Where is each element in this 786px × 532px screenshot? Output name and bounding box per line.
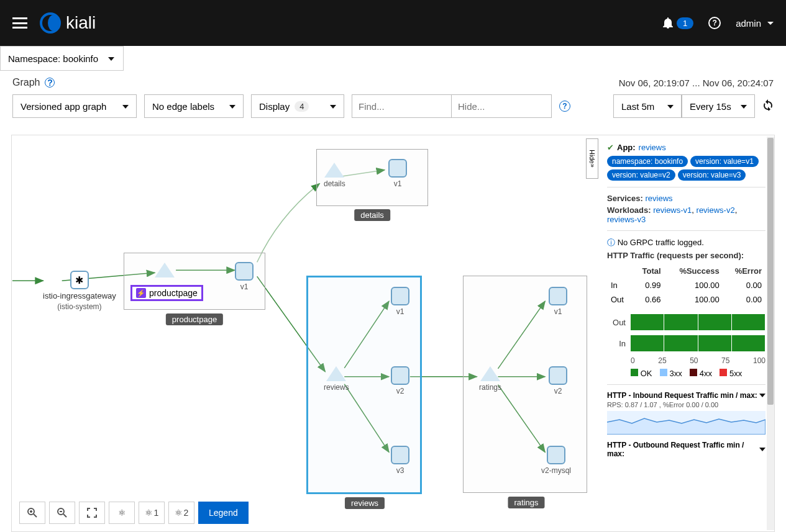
layout-2-button[interactable]: ⚛2 — [168, 502, 194, 524]
sidepanel-hide-toggle[interactable]: Hide » — [586, 138, 598, 179]
caret-down-icon[interactable] — [759, 394, 765, 397]
virtualservice-icon: ⚡ — [136, 288, 146, 298]
workload-link[interactable]: reviews-v2 — [697, 205, 735, 215]
virtualservice-label: ⚡ productpage — [130, 285, 203, 301]
workload-link[interactable]: reviews-v3 — [607, 215, 646, 224]
node-label: ratings — [479, 383, 501, 392]
node-reviews-v1[interactable]: v1 — [391, 287, 409, 316]
table-row: In0.99100.000.00 — [607, 278, 765, 292]
layout-1-button[interactable]: ⚛1 — [139, 502, 165, 524]
dropdown-label: No edge labels — [152, 101, 214, 112]
chevron-right-icon: » — [589, 164, 596, 168]
user-menu[interactable]: admin — [736, 18, 774, 29]
node-ingress[interactable]: ✱ istio-ingressgateway (istio-system) — [43, 271, 116, 311]
time-range-dropdown[interactable]: Last 5m — [613, 94, 682, 118]
info-icon: ⓘ — [607, 238, 615, 247]
node-label: v1 — [554, 307, 562, 316]
brand-text: kiali — [66, 13, 96, 33]
node-productpage-svc[interactable] — [155, 263, 175, 277]
node-ratings-v2mysql[interactable]: v2-mysql — [541, 446, 571, 475]
group-label-ratings: ratings — [508, 497, 544, 508]
http-traffic-table: Total%Success%Error In0.99100.000.00Out0… — [607, 264, 765, 307]
app-label: App: — [617, 143, 636, 152]
node-details-svc[interactable]: details — [324, 163, 345, 188]
node-ratings-svc[interactable]: ratings — [479, 366, 501, 392]
inbound-sub: RPS: 0.87 / 1.07 , %Error 0.00 / 0.00 — [607, 401, 765, 408]
node-sublabel: (istio-system) — [57, 302, 101, 311]
axis-tick: 0 — [631, 356, 635, 365]
help-icon[interactable]: ? — [559, 101, 570, 112]
edge-labels-dropdown[interactable]: No edge labels — [144, 94, 244, 118]
dropdown-label: Display — [259, 101, 290, 112]
services-label: Services: — [607, 194, 643, 203]
legend-label: Legend — [209, 508, 238, 518]
axis-tick: 100 — [753, 356, 765, 365]
bar-in-label: In — [607, 339, 626, 348]
app-link[interactable]: reviews — [639, 143, 666, 152]
node-label: reviews — [324, 383, 349, 392]
zoom-out-button[interactable] — [49, 502, 75, 524]
legend-item: OK — [631, 369, 652, 378]
inbound-sparkline — [607, 411, 765, 435]
node-reviews-v3[interactable]: v3 — [391, 446, 409, 475]
label-chips: namespace: bookinfoversion: value=v1vers… — [607, 156, 765, 181]
layout-default-button[interactable]: ⚛ — [109, 502, 135, 524]
node-ratings-v2[interactable]: v2 — [549, 366, 567, 395]
kiali-logo-icon — [40, 12, 61, 34]
caret-down-icon — [122, 105, 129, 109]
svg-line-19 — [63, 514, 66, 517]
namespace-bar: Namespace: bookinfo — [0, 46, 786, 71]
help-icon[interactable]: ? — [708, 17, 721, 29]
vs-text: productpage — [149, 288, 198, 298]
legend-item: 4xx — [690, 369, 712, 378]
health-ok-icon: ✔ — [607, 143, 614, 152]
node-label: v3 — [396, 466, 404, 475]
group-label-details: details — [354, 209, 390, 221]
find-input[interactable] — [352, 95, 452, 117]
namespace-selector-label: Namespace: bookinfo — [8, 53, 98, 64]
refresh-interval-dropdown[interactable]: Every 15s — [682, 94, 755, 118]
table-row: Out0.66100.000.00 — [607, 292, 765, 307]
layout-1-label: 1 — [154, 508, 159, 518]
caret-down-icon[interactable] — [759, 448, 765, 451]
help-icon[interactable]: ? — [45, 78, 55, 88]
http-traffic-title: HTTP Traffic (requests per second): — [607, 251, 744, 260]
notifications-button[interactable]: 1 — [663, 17, 693, 29]
service-link[interactable]: reviews — [645, 194, 672, 203]
fit-button[interactable] — [79, 502, 105, 524]
node-label: details — [324, 179, 345, 188]
node-label: v2-mysql — [541, 466, 571, 475]
refresh-button[interactable] — [762, 99, 774, 113]
hide-input[interactable] — [452, 95, 551, 117]
find-hide-group — [352, 94, 552, 118]
bar-out — [631, 314, 765, 330]
scrollbar-thumb[interactable] — [767, 138, 774, 405]
namespace-selector[interactable]: Namespace: bookinfo — [0, 46, 124, 71]
traffic-bar-chart: Out In 0255075100 OK3xx4xx5xx — [607, 314, 765, 378]
brand-logo: kiali — [40, 12, 96, 34]
ingress-icon: ✱ — [70, 271, 89, 289]
page-title: Graph — [12, 77, 40, 88]
dropdown-label: Every 15s — [690, 101, 731, 112]
caret-down-icon — [741, 105, 747, 109]
display-dropdown[interactable]: Display 4 — [251, 94, 344, 118]
caret-down-icon — [767, 22, 774, 25]
node-label: v1 — [396, 307, 404, 316]
dropdown-label: Last 5m — [621, 101, 654, 112]
label-chip: version: value=v1 — [690, 156, 759, 167]
node-reviews-v2[interactable]: v2 — [391, 366, 409, 395]
bell-icon — [663, 17, 673, 29]
workload-link[interactable]: reviews-v1 — [653, 205, 692, 215]
legend-button[interactable]: Legend — [198, 502, 249, 524]
label-chip: version: value=v3 — [678, 169, 746, 181]
node-productpage-v1[interactable]: v1 — [235, 262, 254, 291]
label-chip: version: value=v2 — [607, 169, 675, 181]
graph-type-dropdown[interactable]: Versioned app graph — [12, 94, 137, 118]
sidepanel-scrollbar[interactable] — [767, 137, 774, 530]
zoom-in-button[interactable] — [19, 502, 45, 524]
node-ratings-v1[interactable]: v1 — [549, 287, 567, 316]
node-details-v1[interactable]: v1 — [388, 159, 407, 188]
side-panel: ✔ App: reviews namespace: bookinfoversio… — [601, 138, 772, 529]
node-reviews-svc[interactable]: reviews — [324, 366, 349, 392]
hamburger-menu-icon[interactable] — [12, 17, 27, 29]
